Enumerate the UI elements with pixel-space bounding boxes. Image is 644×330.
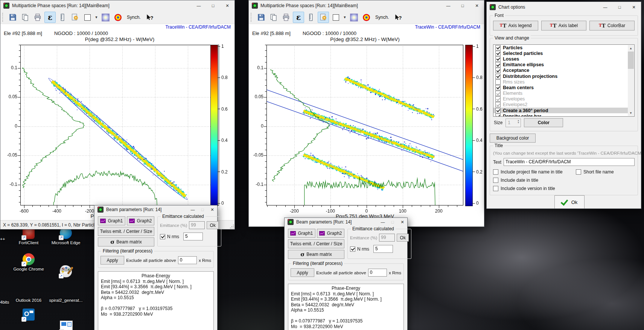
beam-matrix-button[interactable]: σBeam matrix (98, 237, 154, 246)
nrms-checkbox[interactable] (160, 234, 165, 239)
nrms-input[interactable]: 5 (183, 233, 203, 240)
copy-button[interactable] (20, 12, 31, 23)
scroll-down-icon[interactable]: ▼ (628, 110, 634, 116)
layer-checkbox[interactable] (495, 114, 501, 117)
context-help-button[interactable]: ? (392, 12, 403, 23)
close-button[interactable]: ✕ (470, 0, 484, 11)
graph1-button[interactable]: Graph1 (98, 216, 125, 225)
emittance-input[interactable]: 99 (189, 221, 205, 229)
toolbar-grip[interactable] (2, 13, 5, 22)
layer-checkbox[interactable] (495, 91, 501, 96)
include-date-checkbox[interactable] (493, 178, 498, 183)
layer-checkbox[interactable] (495, 74, 501, 79)
phase-space-plot[interactable] (17, 45, 222, 210)
layer-item[interactable]: Rms sizes (493, 79, 628, 85)
titlebar[interactable]: Beam parameters [Run: 14] — □ ✕ (285, 218, 407, 226)
color-button[interactable]: Color (524, 118, 563, 127)
density-view-button[interactable] (348, 12, 359, 23)
twiss-button[interactable]: Twiss emit. / Center / Size (98, 227, 154, 236)
minimize-button[interactable]: — (441, 0, 455, 11)
titlebar[interactable]: Multiparticle Phase spaces [Run: 14][Mai… (0, 0, 234, 11)
layer-checkbox[interactable] (495, 45, 501, 50)
layer-checkbox[interactable] (495, 96, 501, 102)
results-textbox[interactable]: Phase-EnergyEmit [rms] = 0.6713 π.deg.Me… (98, 271, 214, 330)
scroll-thumb[interactable] (628, 52, 634, 69)
print-button[interactable] (280, 12, 292, 23)
size-spinner[interactable]: 1 (505, 119, 521, 127)
close-button[interactable]: ✕ (207, 205, 217, 214)
layer-item[interactable]: Density color bar (493, 113, 628, 117)
close-button[interactable]: ✕ (627, 2, 641, 12)
density-view-button[interactable] (100, 12, 111, 23)
ok-button[interactable]: Ok (397, 234, 409, 242)
frame-color-dropdown[interactable]: ▼ (94, 12, 99, 23)
axis-legend-font-button[interactable]: TTAxis legend (493, 21, 538, 30)
synch-label[interactable]: Synch. (375, 15, 389, 20)
titlebar[interactable]: Multiparticle Phase spaces [Run: 14][Mai… (249, 0, 484, 11)
desktop-icon-outlook-2016[interactable]: ↗ (23, 309, 35, 321)
maximize-button[interactable]: □ (612, 2, 627, 12)
colorbar-font-button[interactable]: TTColorBar (589, 21, 635, 30)
titlebar[interactable]: Chart options — □ ✕ (487, 2, 641, 12)
short-file-name-checkbox[interactable] (576, 169, 581, 175)
axis-label-font-button[interactable]: TTAxis label (541, 21, 586, 30)
graph1-button[interactable]: Graph1 (288, 229, 315, 238)
titlebar[interactable]: Beam parameters [Run: 14] — □ ✕ (94, 205, 217, 214)
toolbar-grip[interactable] (251, 13, 253, 22)
include-project-file-checkbox[interactable] (493, 169, 498, 175)
layer-checkbox[interactable] (495, 62, 501, 67)
ok-button[interactable]: Ok (207, 221, 219, 229)
layer-item[interactable]: Create a 360° period (493, 108, 628, 113)
beam-matrix-button[interactable]: σBeam matrix (288, 250, 344, 259)
frame-color-button[interactable] (82, 12, 93, 23)
layer-item[interactable]: Distribtution projections (493, 73, 628, 79)
exclude-input[interactable]: 0 (178, 256, 197, 264)
layer-item[interactable]: Emittance ellipses (493, 62, 628, 68)
emittance-tool-button[interactable]: ε (44, 12, 56, 23)
chart-options-button[interactable] (318, 12, 329, 23)
target-view-button[interactable] (361, 12, 372, 23)
resize-grip[interactable] (230, 225, 234, 228)
emittance-tool-button[interactable]: ε (293, 12, 304, 23)
include-code-version-checkbox[interactable] (493, 186, 498, 191)
layer-item[interactable]: Envelopes2 (493, 102, 628, 108)
layer-checkbox[interactable] (495, 108, 501, 113)
save-button[interactable] (256, 12, 267, 23)
apply-button[interactable]: Apply (291, 268, 314, 277)
scrollbar[interactable]: ▲ ▼ (628, 45, 634, 116)
minimize-button[interactable]: — (378, 218, 388, 226)
scale-tool-button[interactable] (57, 12, 68, 23)
maximize-button[interactable]: □ (388, 218, 397, 226)
desktop-icon-google-chrome[interactable]: ↗ (23, 253, 35, 265)
background-color-button[interactable]: Backgroud color (490, 134, 536, 143)
layer-checkbox[interactable] (495, 51, 501, 56)
copy-button[interactable] (268, 12, 279, 23)
results-textbox[interactable]: Phase-EnergyEmit [rms] = 0.6713 π.deg.Me… (288, 284, 404, 330)
minimize-button[interactable]: — (598, 2, 612, 12)
layer-checkbox[interactable] (495, 79, 501, 85)
close-button[interactable]: ✕ (397, 218, 407, 226)
ok-button[interactable]: Ok (554, 195, 585, 209)
title-text-input[interactable]: TraceWin - CEA/DRF/Irfu/DACM (504, 158, 635, 166)
twiss-button[interactable]: Twiss emit. / Center / Size (288, 239, 344, 248)
context-help-button[interactable]: ? (144, 12, 155, 23)
apply-button[interactable]: Apply (100, 256, 124, 265)
emittance-input[interactable]: 99 (379, 234, 395, 242)
minimize-button[interactable]: — (188, 205, 198, 214)
chart-options-button[interactable] (69, 12, 81, 23)
layer-checkbox[interactable] (495, 102, 501, 107)
frame-color-dropdown[interactable]: ▼ (343, 12, 347, 23)
graph2-button[interactable]: Graph2 (127, 216, 154, 225)
print-button[interactable] (32, 12, 43, 23)
layer-checkbox[interactable] (495, 85, 501, 90)
close-button[interactable]: ✕ (220, 0, 234, 11)
scroll-up-icon[interactable]: ▲ (628, 45, 634, 51)
layer-item[interactable]: Acceptance (493, 68, 628, 73)
layer-checkbox[interactable] (495, 56, 501, 62)
layer-item[interactable]: Beam centers (493, 85, 628, 90)
graph2-button[interactable]: Graph2 (317, 229, 344, 238)
frame-color-button[interactable] (330, 12, 341, 23)
phase-space-plot[interactable] (263, 45, 466, 210)
maximize-button[interactable]: □ (206, 0, 220, 11)
minimize-button[interactable]: — (192, 0, 206, 11)
